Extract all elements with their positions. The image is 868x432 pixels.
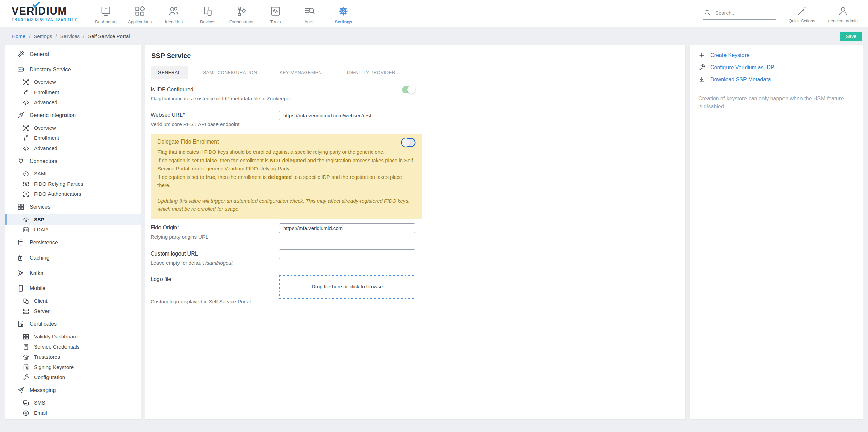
audit-icon xyxy=(304,5,315,17)
field-description: Relying party origins URL xyxy=(151,234,422,240)
sidebar-item-overview[interactable]: Overview xyxy=(5,77,141,87)
field-description: Veridium core REST API base endpoint xyxy=(151,121,422,127)
paper-plane-icon xyxy=(17,386,25,394)
enrollment-path-icon xyxy=(22,135,30,142)
nav-item-label: Settings xyxy=(335,19,352,24)
sidebar-item-server[interactable]: Server xyxy=(5,306,141,316)
target-icon xyxy=(22,170,30,177)
sidebar-item-generic-integration[interactable]: Generic Integration xyxy=(5,108,141,123)
quick-actions-button[interactable]: Quick Actions xyxy=(789,4,815,23)
nav-item-label: Identities xyxy=(165,19,183,24)
nav-item-devices[interactable]: Devices xyxy=(191,3,225,24)
sidebar-item-certificates[interactable]: Certificates xyxy=(5,316,141,332)
sidebar-item-ssp[interactable]: SSP xyxy=(5,214,141,225)
sidebar-item-email[interactable]: @Email xyxy=(5,408,141,418)
sidebar-item-enrollment[interactable]: Enrollment xyxy=(5,87,141,97)
content-area: GeneralADDirectory ServiceOverviewEnroll… xyxy=(0,45,868,419)
fido-origin-input[interactable] xyxy=(279,223,415,233)
logo-file-dropzone[interactable]: Drop file here or click to browse xyxy=(279,275,415,299)
grid-icon xyxy=(22,333,30,340)
veridium-logo[interactable]: VERIDIUM TRUSTED DIGITAL IDENTITY xyxy=(12,6,86,21)
username-label: aencica_admin xyxy=(828,18,858,23)
sidebar-item-messaging[interactable]: Messaging xyxy=(5,382,141,398)
sidebar-item-label: Overview xyxy=(34,125,56,131)
sidebar-item-label: Services xyxy=(30,204,50,210)
breadcrumb: Home / Settings / Services / Self Servic… xyxy=(12,33,130,39)
sidebar-item-connectors[interactable]: Connectors xyxy=(5,153,141,169)
field-description: Custom logo displayed in Self Service Po… xyxy=(151,299,422,304)
tab-saml-configuration[interactable]: SAML CONFIGURATION xyxy=(196,66,264,79)
sidebar-item-kafka[interactable]: Kafka xyxy=(5,265,141,281)
delegate-fido-toggle[interactable] xyxy=(402,139,415,146)
field-is-idp-configured: Is IDP Configured Flag that indicates ex… xyxy=(151,84,422,107)
sidebar-item-configuration[interactable]: Configuration xyxy=(5,372,141,382)
sidebar-item-mobile[interactable]: Mobile xyxy=(5,281,141,296)
nav-item-identities[interactable]: Identities xyxy=(157,3,191,24)
breadcrumb-settings[interactable]: Settings xyxy=(34,33,52,39)
sidebar-item-advanced[interactable]: Advanced xyxy=(5,143,141,153)
sidebar-item-signing-keystore[interactable]: Signing Keystore xyxy=(5,362,141,372)
sidebar-item-label: Email xyxy=(34,410,47,416)
sidebar-item-client[interactable]: Client xyxy=(5,296,141,306)
sidebar-item-general[interactable]: General xyxy=(5,46,141,62)
sidebar-item-fido-authenticators[interactable]: ΩFIDO Authenticators xyxy=(5,189,141,199)
at-icon: @ xyxy=(22,410,30,417)
link-download-ssp-metadata[interactable]: Download SSP Metadata xyxy=(698,74,854,86)
sidebar-item-label: Signing Keystore xyxy=(34,364,74,370)
sidebar-item-label: Mobile xyxy=(30,285,45,292)
idp-configured-toggle[interactable] xyxy=(402,86,415,93)
sidebar-item-directory-service[interactable]: ADDirectory Service xyxy=(5,62,141,77)
sidebar-item-persistence[interactable]: Persistence xyxy=(5,235,141,250)
breadcrumb-home[interactable]: Home xyxy=(12,33,25,39)
sidebar-item-advanced[interactable]: Advanced xyxy=(5,97,141,108)
breadcrumb-separator: / xyxy=(29,33,30,39)
sidebar-item-services[interactable]: Services xyxy=(5,199,141,214)
sidebar-item-label: Configuration xyxy=(34,374,65,380)
sidebar-item-truststores[interactable]: Truststores xyxy=(5,352,141,362)
sidebar-item-fido-relying-parties[interactable]: FIDO Relying Parties xyxy=(5,179,141,189)
sidebar-item-caching[interactable]: Caching xyxy=(5,250,141,265)
link-create-keystore[interactable]: Create Keystore xyxy=(698,49,854,61)
nav-item-dashboard[interactable]: Dashboard xyxy=(89,3,123,24)
nav-item-audit[interactable]: Audit xyxy=(293,3,326,24)
nav-item-orchestrator[interactable]: Orchestrator xyxy=(225,3,259,24)
database-icon xyxy=(17,239,25,246)
cache-icon xyxy=(17,254,25,262)
field-logo-file: Logo file Drop file here or click to bro… xyxy=(151,272,422,317)
phone-icon xyxy=(17,284,25,292)
sidebar-item-validity-dashboard[interactable]: Validity Dashboard xyxy=(5,332,141,342)
sidebar-item-label: SMS xyxy=(34,400,45,406)
sidebar-item-sms[interactable]: SMS xyxy=(5,398,141,408)
person-roof-icon xyxy=(22,216,30,223)
nav-item-tools[interactable]: Tools xyxy=(259,3,293,24)
code-icon xyxy=(22,145,30,152)
websec-url-input[interactable] xyxy=(279,111,415,120)
identities-icon xyxy=(168,5,180,17)
link-configure-veridium-as-idp[interactable]: Configure Veridium as IDP xyxy=(698,61,854,74)
page-title: SSP Service xyxy=(151,52,422,60)
search-box[interactable] xyxy=(703,7,776,20)
tab-identity-provider[interactable]: IDENTITY PROVIDER xyxy=(340,66,402,79)
save-button[interactable]: Save xyxy=(840,32,862,41)
sidebar-item-service-credentials[interactable]: Service Credentials xyxy=(5,342,141,352)
user-menu[interactable]: aencica_admin xyxy=(828,4,858,23)
breadcrumb-services[interactable]: Services xyxy=(60,33,80,39)
custom-logout-url-input[interactable] xyxy=(279,249,415,259)
sidebar-item-label: SAML xyxy=(34,171,48,177)
code-icon xyxy=(22,99,30,106)
search-input[interactable] xyxy=(715,10,770,16)
tab-key-management[interactable]: KEY MANAGEMENT xyxy=(272,66,332,79)
delegate-fido-description: Flag that indicates if FIDO keys should … xyxy=(157,148,415,190)
dashboard-icon xyxy=(100,5,112,17)
tab-bar: GENERALSAML CONFIGURATIONKEY MANAGEMENTI… xyxy=(151,66,422,79)
tab-general[interactable]: GENERAL xyxy=(151,66,188,79)
magic-wand-icon xyxy=(797,6,807,16)
sidebar-item-overview[interactable]: Overview xyxy=(5,123,141,133)
sidebar-item-ldap[interactable]: LDAP xyxy=(5,225,141,235)
nav-item-settings[interactable]: Settings xyxy=(326,3,360,24)
nav-item-applications[interactable]: Applications xyxy=(123,3,157,24)
sidebar-item-enrollment[interactable]: Enrollment xyxy=(5,133,141,143)
sidebar-item-saml[interactable]: SAML xyxy=(5,169,141,179)
tools-icon xyxy=(270,5,281,17)
server-icon xyxy=(22,308,30,315)
